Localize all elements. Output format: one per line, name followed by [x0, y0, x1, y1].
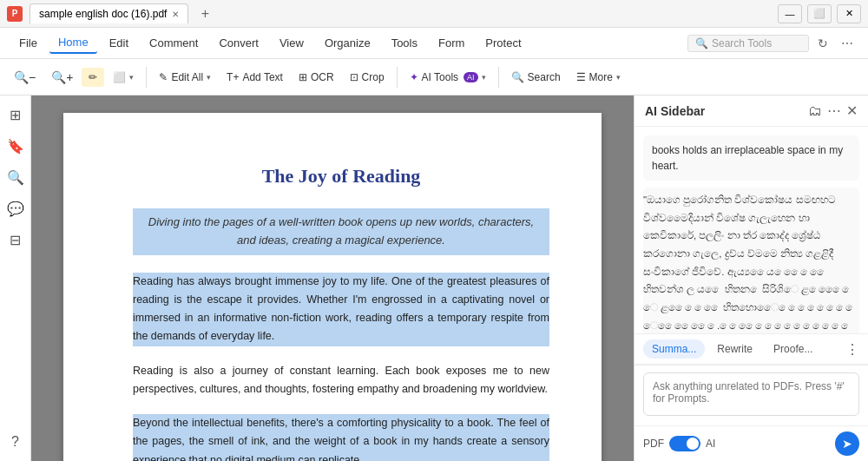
sidebar-icon-comment[interactable]: 💬 [3, 196, 28, 221]
ai-input-field[interactable] [643, 372, 859, 416]
menu-organize[interactable]: Organize [316, 33, 379, 53]
toggle-slider [669, 436, 700, 451]
more-button[interactable]: ☰ More ▾ [569, 68, 628, 87]
search-icon: 🔍 [695, 37, 708, 49]
left-sidebar: ⊞ 🔖 🔍 💬 ⊟ ? [0, 95, 31, 461]
edit-all-icon: ✎ [159, 71, 168, 83]
edit-all-caret: ▾ [207, 73, 211, 82]
sidebar-icon-bookmark[interactable]: 🔖 [3, 134, 28, 158]
edit-all-label: Edit All [171, 71, 203, 83]
add-text-label: Add Text [242, 71, 282, 83]
sidebar-icon-search[interactable]: 🔍 [3, 165, 28, 189]
ai-tabs-row: Summa... Rewrite Proofe... ⋮ [635, 333, 868, 365]
sidebar-icon-home[interactable]: ⊞ [3, 102, 28, 127]
menu-tools[interactable]: Tools [383, 33, 426, 53]
highlight-button[interactable]: ✏ [82, 68, 104, 87]
ai-tools-button[interactable]: ✦ AI Tools AI ▾ [403, 68, 493, 87]
app-icon: P [7, 6, 23, 22]
main-content: ⊞ 🔖 🔍 💬 ⊟ ? The Joy of Reading Diving in… [0, 95, 868, 461]
zoom-in-icon: 🔍+ [51, 70, 73, 84]
more-label: More [589, 71, 613, 83]
ai-badge: AI [464, 72, 478, 82]
ai-input-area [635, 365, 868, 425]
add-text-icon: T+ [227, 71, 239, 83]
toolbar-divider-2 [397, 67, 398, 88]
toolbar: 🔍− 🔍+ ✏ ⬜ ▾ ✎ Edit All ▾ T+ Add Text ⊞ O… [0, 59, 868, 95]
ai-chat-area: books holds an irreplaceable space in my… [635, 127, 868, 333]
pdf-page: The Joy of Reading Diving into the pages… [63, 113, 602, 461]
toggle-ai-label: AI [706, 438, 715, 450]
menu-bar: File Home Edit Comment Convert View Orga… [0, 28, 868, 59]
toggle-pdf-label: PDF [643, 438, 664, 450]
ai-sidebar-header: AI Sidebar 🗂 ⋯ ✕ [635, 95, 868, 127]
menu-comment[interactable]: Comment [141, 33, 207, 53]
ai-bottom-bar: PDF AI ➤ [635, 425, 868, 461]
ai-tools-icon: ✦ [410, 71, 418, 83]
ai-tab-proofe[interactable]: Proofe... [765, 339, 821, 359]
ai-sinhala-message: "ඔයාගෙ පුරෝගනිත විශ්වකෝෂය සමඟහට විශ්වමෙෙ… [643, 188, 859, 333]
ai-header-icons: 🗂 ⋯ ✕ [808, 102, 858, 119]
ai-tab-rewrite[interactable]: Rewrite [708, 339, 761, 359]
active-tab[interactable]: sample english doc (16).pdf ✕ [30, 3, 188, 23]
pdf-area[interactable]: The Joy of Reading Diving into the pages… [31, 95, 634, 461]
tab-title: sample english doc (16).pdf [39, 8, 167, 20]
menu-edit[interactable]: Edit [101, 33, 137, 53]
more-icon: ☰ [576, 71, 586, 83]
shape-caret: ▾ [129, 73, 134, 82]
zoom-out-icon: 🔍− [14, 70, 36, 84]
ai-send-button[interactable]: ➤ [835, 431, 859, 456]
ocr-button[interactable]: ⊞ OCR [292, 68, 341, 87]
edit-all-button[interactable]: ✎ Edit All ▾ [152, 68, 218, 87]
ai-close-icon[interactable]: ✕ [846, 102, 858, 119]
add-text-button[interactable]: T+ Add Text [220, 68, 290, 87]
sidebar-icon-layers[interactable]: ⊟ [3, 227, 28, 252]
menu-file[interactable]: File [10, 33, 46, 53]
ai-save-icon[interactable]: 🗂 [808, 103, 822, 119]
title-bar-right: — ⬜ ✕ [778, 4, 861, 23]
ai-tab-more-icon[interactable]: ⋮ [845, 341, 859, 358]
ai-tools-caret: ▾ [482, 73, 486, 82]
ai-tab-summa[interactable]: Summa... [643, 339, 705, 359]
title-bar-left: P sample english doc (16).pdf ✕ + [7, 3, 778, 23]
search-button[interactable]: 🔍 Search [504, 68, 568, 87]
toolbar-divider-1 [146, 67, 147, 88]
menu-view[interactable]: View [271, 33, 312, 53]
menu-protect[interactable]: Protect [477, 33, 529, 53]
ai-sidebar-title: AI Sidebar [645, 104, 705, 118]
pdf-paragraph-3: Beyond the intellectual benefits, there'… [133, 414, 549, 461]
pdf-paragraph-2: Reading is also a journey of constant le… [133, 362, 549, 399]
ocr-label: OCR [311, 71, 334, 83]
refresh-button[interactable]: ↻ [812, 33, 833, 54]
toggle-switch[interactable] [669, 436, 700, 451]
crop-icon: ⊡ [350, 71, 358, 83]
ai-sidebar: AI Sidebar 🗂 ⋯ ✕ books holds an irreplac… [634, 95, 868, 461]
more-caret: ▾ [616, 73, 621, 82]
pdf-paragraph-1: Reading has always brought immense joy t… [133, 273, 549, 346]
toolbar-divider-3 [498, 67, 499, 88]
search-label: Search [528, 71, 561, 83]
sidebar-icon-help[interactable]: ? [3, 430, 28, 454]
shape-button[interactable]: ⬜ ▾ [106, 68, 141, 87]
menu-convert[interactable]: Convert [210, 33, 267, 53]
pdf-title: The Joy of Reading [133, 165, 549, 188]
title-bar: P sample english doc (16).pdf ✕ + — ⬜ ✕ [0, 0, 868, 28]
menu-home[interactable]: Home [49, 32, 97, 54]
zoom-out-button[interactable]: 🔍− [7, 67, 43, 88]
maximize-button[interactable]: ⬜ [807, 4, 832, 23]
minimize-button[interactable]: — [778, 4, 802, 23]
zoom-in-button[interactable]: 🔍+ [44, 67, 80, 88]
crop-label: Crop [362, 71, 385, 83]
crop-button[interactable]: ⊡ Crop [343, 68, 391, 87]
tab-close-button[interactable]: ✕ [172, 10, 179, 19]
ai-more-icon[interactable]: ⋯ [827, 102, 841, 119]
more-options-button[interactable]: ⋯ [837, 33, 858, 54]
menu-form[interactable]: Form [430, 33, 473, 53]
shape-icon: ⬜ [113, 71, 126, 83]
search-tools-box[interactable]: 🔍 Search Tools [687, 35, 809, 52]
pdf-italic-paragraph: Diving into the pages of a well-written … [133, 208, 549, 255]
new-tab-button[interactable]: + [195, 4, 214, 23]
ocr-icon: ⊞ [299, 71, 307, 83]
highlight-icon: ✏ [89, 71, 97, 83]
close-button[interactable]: ✕ [837, 4, 861, 23]
search-toolbar-icon: 🔍 [511, 71, 524, 83]
